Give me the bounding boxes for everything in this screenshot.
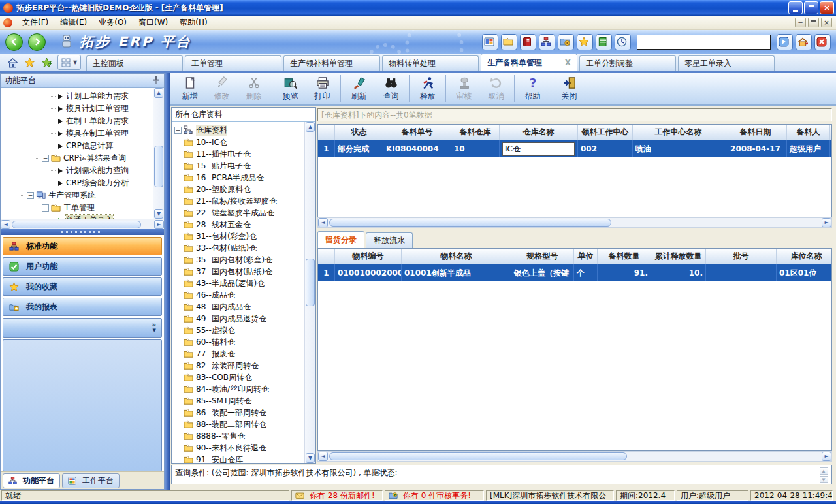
hscroll-thumb[interactable] bbox=[12, 221, 141, 228]
column-header-仓库名称[interactable]: 仓库名称 bbox=[500, 125, 578, 140]
column-header-备料日期[interactable]: 备料日期 bbox=[724, 125, 787, 140]
warehouse-item-8888--零售仓[interactable]: 8888--零售仓 bbox=[174, 430, 304, 442]
toolbar-释放-button[interactable]: 释放 bbox=[411, 74, 443, 104]
hscroll-thumb[interactable] bbox=[329, 219, 611, 227]
banner-go-button[interactable] bbox=[777, 34, 793, 50]
tab-工单分割调整[interactable]: 工单分割调整 bbox=[579, 55, 676, 71]
warehouse-item-10--IC仓[interactable]: 10--IC仓 bbox=[174, 136, 304, 148]
grid-selected-row[interactable]: 1010010002000001001创新半成品银色上盖（按键个91.10.01… bbox=[318, 264, 831, 281]
function-tree-hscrollbar[interactable]: ◄ ► bbox=[1, 219, 164, 229]
splitter-grip[interactable] bbox=[1, 229, 164, 235]
warehouse-item-35--国内包材(彩盒)仓[interactable]: 35--国内包材(彩盒)仓 bbox=[174, 254, 304, 266]
toolbar-打印-button[interactable]: 打印 bbox=[306, 74, 338, 104]
cell-规格型号[interactable]: 银色上盖（按键 bbox=[511, 264, 574, 281]
cell-备料日期[interactable]: 2008-04-17 bbox=[724, 140, 787, 157]
cell-备料数量[interactable]: 91. bbox=[598, 264, 651, 281]
menu-编辑(E)[interactable]: 编辑(E) bbox=[54, 16, 93, 28]
scroll-up-arrow-icon[interactable]: ▲ bbox=[306, 122, 315, 132]
vertical-splitter[interactable] bbox=[165, 73, 170, 490]
column-header-备料仓库[interactable]: 备料仓库 bbox=[451, 125, 500, 140]
tree-item-模具在制工单管理[interactable]: 模具在制工单管理 bbox=[1, 127, 153, 140]
warehouse-item-48--国内成品仓[interactable]: 48--国内成品仓 bbox=[174, 301, 304, 313]
cell-备料仓库[interactable]: 10 bbox=[451, 140, 500, 157]
banner-home-button[interactable] bbox=[796, 34, 812, 50]
warehouse-item-46--成品仓[interactable]: 46--成品仓 bbox=[174, 289, 304, 301]
scroll-up-arrow-icon[interactable]: ▲ bbox=[154, 88, 163, 98]
menu-业务(O)[interactable]: 业务(O) bbox=[93, 16, 133, 28]
collapse-icon[interactable]: − bbox=[27, 192, 34, 199]
warehouse-item-31--包材(彩盒)仓[interactable]: 31--包材(彩盒)仓 bbox=[174, 230, 304, 242]
warehouse-item-84--喷油/丝印周转仓[interactable]: 84--喷油/丝印周转仓 bbox=[174, 383, 304, 395]
menu-文件(F)[interactable]: 文件(F) bbox=[16, 16, 54, 28]
tab-物料转单处理[interactable]: 物料转单处理 bbox=[382, 55, 479, 71]
cell-领料工作中心[interactable]: 002 bbox=[578, 140, 633, 157]
column-header-批号[interactable]: 批号 bbox=[706, 249, 777, 264]
warehouse-item-49--国内成品退货仓[interactable]: 49--国内成品退货仓 bbox=[174, 313, 304, 324]
warehouse-root[interactable]: −仓库资料 bbox=[174, 124, 304, 136]
cell-物料名称[interactable]: 01001创新半成品 bbox=[402, 264, 511, 281]
column-header-备料人[interactable]: 备料人 bbox=[787, 125, 830, 140]
cell-单位[interactable]: 个 bbox=[574, 264, 598, 281]
warehouse-item-11--插件电子仓[interactable]: 11--插件电子仓 bbox=[174, 148, 304, 160]
banner-clock-button[interactable] bbox=[615, 34, 631, 50]
panel-我的收藏[interactable]: 我的收藏 bbox=[3, 277, 162, 296]
warehouse-item-77--报废仓[interactable]: 77--报废仓 bbox=[174, 348, 304, 360]
banner-folder-add-button[interactable] bbox=[558, 34, 574, 50]
favorites-star-icon[interactable] bbox=[22, 55, 37, 71]
warehouse-item-88--装配二部周转仓[interactable]: 88--装配二部周转仓 bbox=[174, 418, 304, 430]
mdi-close-button[interactable]: × bbox=[821, 18, 832, 27]
tree-item-CRP综合能力分析[interactable]: CRP综合能力分析 bbox=[1, 177, 153, 189]
warehouse-item-21--鼠标/接收器塑胶仓[interactable]: 21--鼠标/接收器塑胶仓 bbox=[174, 195, 304, 207]
column-header-单位[interactable]: 单位 bbox=[574, 249, 598, 264]
hscroll-thumb[interactable] bbox=[329, 452, 627, 460]
banner-notebook-button[interactable] bbox=[596, 34, 612, 50]
warehouse-item-20--塑胶原料仓[interactable]: 20--塑胶原料仓 bbox=[174, 183, 304, 195]
column-header-状态[interactable]: 状态 bbox=[335, 125, 383, 140]
cell-仓库名称[interactable]: IC仓 bbox=[500, 140, 578, 157]
warehouse-item-82--涂装部周转仓[interactable]: 82--涂装部周转仓 bbox=[174, 360, 304, 371]
banner-star-button[interactable] bbox=[577, 34, 593, 50]
tree-item-工单管理[interactable]: −工单管理 bbox=[1, 202, 153, 214]
warehouse-item-15--贴片电子仓[interactable]: 15--贴片电子仓 bbox=[174, 160, 304, 172]
collapse-icon[interactable]: − bbox=[42, 204, 49, 212]
warehouse-item-28--线材五金仓[interactable]: 28--线材五金仓 bbox=[174, 219, 304, 230]
warehouse-item-33--包材(贴纸)仓[interactable]: 33--包材(贴纸)仓 bbox=[174, 242, 304, 254]
main-grid-hscrollbar[interactable]: ◄ ► bbox=[317, 217, 832, 228]
banner-folder-button[interactable] bbox=[501, 34, 517, 50]
spin-up-icon[interactable]: ▲ bbox=[820, 467, 828, 475]
column-header-审核人[interactable]: 审核人 bbox=[830, 125, 832, 140]
cell-状态[interactable]: 部分完成 bbox=[335, 140, 383, 157]
tab-工单管理[interactable]: 工单管理 bbox=[185, 55, 281, 71]
tab-layout-button[interactable]: ▼ bbox=[57, 55, 81, 70]
warehouse-tree-vscrollbar[interactable]: ▲ ▼ bbox=[304, 122, 315, 463]
scroll-down-arrow-icon[interactable]: ▼ bbox=[154, 209, 163, 219]
assistant-icon[interactable] bbox=[60, 34, 73, 50]
panel-标准功能[interactable]: 标准功能 bbox=[3, 237, 162, 255]
column-header-工作中心名称[interactable]: 工作中心名称 bbox=[633, 125, 724, 140]
cell-累计释放数量[interactable]: 10. bbox=[651, 264, 706, 281]
tree-item-生产管理系统[interactable]: −生产管理系统 bbox=[1, 189, 153, 202]
cell-工作中心名称[interactable]: 喷油 bbox=[633, 140, 724, 157]
detail-grid-hscrollbar[interactable]: ◄ ► bbox=[317, 451, 832, 462]
warehouse-item-83--COB周转仓[interactable]: 83--COB周转仓 bbox=[174, 371, 304, 383]
tree-item-CRP运算结果查询[interactable]: −CRP运算结果查询 bbox=[1, 152, 153, 165]
inline-cell-editor[interactable]: IC仓 bbox=[502, 142, 575, 156]
quick-search-input[interactable] bbox=[637, 35, 771, 50]
collapse-icon[interactable]: − bbox=[174, 127, 182, 134]
toolbar-查询-button[interactable]: 查询 bbox=[375, 74, 407, 104]
tab-close-icon[interactable]: X bbox=[565, 58, 571, 67]
toolbar-关闭-button[interactable]: 关闭 bbox=[553, 74, 585, 104]
collapse-icon[interactable]: − bbox=[42, 155, 49, 162]
scroll-right-arrow-icon[interactable]: ► bbox=[822, 218, 831, 227]
scroll-left-arrow-icon[interactable]: ◄ bbox=[318, 218, 328, 227]
column-header-累计释放数量[interactable]: 累计释放数量 bbox=[651, 249, 706, 264]
scroll-right-arrow-icon[interactable]: ► bbox=[154, 220, 164, 229]
toolbar-预览-button[interactable]: 预览 bbox=[274, 74, 306, 104]
mdi-minimize-button[interactable]: ─ bbox=[795, 18, 806, 27]
tree-item-CRP信息计算[interactable]: CRP信息计算 bbox=[1, 140, 153, 152]
column-header-备料数量[interactable]: 备料数量 bbox=[598, 249, 651, 264]
warehouse-item-37--国内包材(贴纸)仓[interactable]: 37--国内包材(贴纸)仓 bbox=[174, 266, 304, 277]
cell-备料单号[interactable]: KI08040004 bbox=[383, 140, 451, 157]
home-icon[interactable] bbox=[5, 55, 20, 71]
scroll-right-arrow-icon[interactable]: ► bbox=[822, 452, 831, 461]
